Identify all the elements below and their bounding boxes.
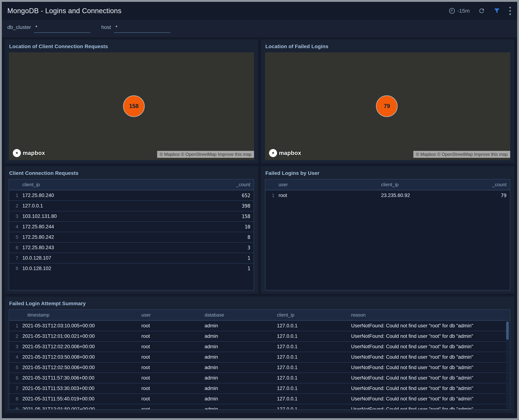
cell-client-ip: 127.0.0.1 [275,375,350,381]
table-row[interactable]: 2 127.0.0.1 398 [9,201,254,211]
row-number: 5 [9,234,21,240]
maps-row: Location of Client Connection Requests 1… [5,39,514,163]
table-row[interactable]: 1 172.25.80.240 652 [9,190,254,201]
cell-user: root [140,333,203,339]
cell-client-ip: 172.25.80.242 [21,234,213,240]
cell-timestamp: 2021-05-31T11:55:40.019+00:00 [21,396,140,402]
mapbox-logo[interactable]: ✦ mapbox [13,149,45,157]
map-cluster-marker[interactable]: 79 [376,95,398,117]
vertical-scrollbar[interactable] [506,320,509,409]
filter-host-input[interactable]: * [114,24,170,33]
cell-client-ip: 127.0.0.1 [275,386,350,391]
window-frame: MongoDB - Logins and Connections -15m [0,0,519,420]
mapbox-logo-icon: ✦ [13,149,21,157]
cell-user: root [140,354,203,360]
cell-reason: UserNotFound: Could not find user "root"… [350,365,510,370]
cell-database: admin [203,344,275,350]
panel-title: Failed Logins by User [265,170,510,176]
table-row[interactable]: 7 10.0.128.107 1 [9,253,254,263]
cell-timestamp: 2021-05-31T12:01:00.021+00:00 [21,333,140,339]
panel-failed-logins-by-user: Failed Logins by User user client_ip _co… [261,166,514,294]
cell-user: root [277,193,380,198]
table-row[interactable]: 9 2021-05-31T12:01:50.007+00:00 root adm… [9,404,510,409]
cell-user: root [140,344,203,350]
column-header-client-ip[interactable]: client_ip [21,182,213,188]
table-body: 1 172.25.80.240 652 2 127.0.0.1 398 [9,190,254,290]
cell-count: 10 [213,224,254,230]
table-header-row: timestamp user database client_ip reason [9,310,510,320]
cell-user: root [140,375,203,381]
refresh-button[interactable] [478,7,485,14]
table-row[interactable]: 5 2021-05-31T12:02:50.006+00:00 root adm… [9,362,510,373]
table-row[interactable]: 7 2021-05-31T11:53:30.003+00:00 root adm… [9,383,510,393]
table-row[interactable]: 8 2021-05-31T11:55:40.019+00:00 root adm… [9,393,510,404]
table-row[interactable]: 2 2021-05-31T12:01:00.021+00:00 root adm… [9,331,510,341]
column-header-user[interactable]: user [277,182,380,188]
map-cluster-marker[interactable]: 158 [123,95,145,117]
cell-user: root [140,396,203,402]
column-header-count[interactable]: _count [213,182,254,188]
table-row[interactable]: 3 103.102.131.80 158 [9,211,254,221]
cell-database: admin [203,386,275,391]
filter-button[interactable] [494,8,500,14]
row-number: 2 [9,333,21,339]
filter-db-cluster-input[interactable]: * [34,24,90,33]
row-number: 5 [9,365,21,370]
table-row[interactable]: 1 root 23.235.60.92 79 [265,190,510,201]
column-header-count[interactable]: _count [466,182,510,188]
cell-client-ip: 103.102.131.80 [21,213,213,219]
column-header-client-ip[interactable]: client_ip [275,312,350,318]
page-title: MongoDB - Logins and Connections [7,7,121,15]
column-header-database[interactable]: database [203,312,275,318]
table-row[interactable]: 4 172.25.80.244 10 [9,221,254,232]
cell-timestamp: 2021-05-31T12:02:50.006+00:00 [21,365,140,370]
table-row[interactable]: 3 2021-05-31T12:02:20.006+00:00 root adm… [9,341,510,352]
tables-row: Client Connection Requests client_ip _co… [5,166,514,294]
vertical-scrollbar-thumb[interactable] [506,322,509,340]
cell-client-ip: 172.25.80.243 [21,245,213,250]
table-row[interactable]: 1 2021-05-31T12:03:10.005+00:00 root adm… [9,320,510,331]
column-header-reason[interactable]: reason [350,312,510,318]
time-range-button[interactable]: -15m [449,8,470,14]
cell-client-ip: 23.235.60.92 [380,193,466,198]
table-row[interactable]: 6 172.25.80.243 3 [9,242,254,253]
panel-title: Location of Client Connection Requests [9,44,254,49]
cell-count: 8 [213,234,254,240]
cell-client-ip: 172.25.80.244 [21,224,213,230]
table-row[interactable]: 4 2021-05-31T12:03:50.008+00:00 root adm… [9,352,510,362]
cell-user: root [140,323,203,329]
panel-title: Client Connection Requests [9,170,254,176]
row-number: 6 [9,375,21,381]
filter-host-label: host [101,24,111,33]
column-header-timestamp[interactable]: timestamp [21,312,140,318]
cell-client-ip: 127.0.0.1 [275,354,350,360]
map-attribution[interactable]: © Mapbox © OpenStreetMap Improve this ma… [413,151,510,158]
panel-title: Failed Login Attempt Summary [9,301,510,307]
cell-timestamp: 2021-05-31T11:53:30.003+00:00 [21,386,140,391]
panel-location-failed-logins: Location of Failed Logins 79 ✦ mapbox © … [261,39,514,163]
cell-user: root [140,365,203,370]
map-connections[interactable]: 158 ✦ mapbox © Mapbox © OpenStreetMap Im… [9,52,254,160]
cell-count: 1 [213,255,254,261]
mapbox-logo[interactable]: ✦ mapbox [269,149,301,157]
client-requests-table: client_ip _count 1 172.25.80.240 652 [9,179,254,290]
row-number: 8 [9,266,21,271]
map-attribution[interactable]: © Mapbox © OpenStreetMap Improve this ma… [157,151,254,158]
cell-client-ip: 10.0.128.102 [21,266,213,271]
table-row[interactable]: 6 2021-05-31T11:57:30.006+00:00 root adm… [9,373,510,383]
cell-client-ip: 127.0.0.1 [275,344,350,350]
cell-database: admin [203,375,275,381]
cell-client-ip: 127.0.0.1 [21,203,213,209]
cell-reason: UserNotFound: Could not find user "root"… [350,323,510,329]
cell-user: root [140,386,203,391]
cell-client-ip: 127.0.0.1 [275,406,350,409]
row-number: 1 [265,193,277,198]
cell-database: admin [203,333,275,339]
row-number: 4 [9,354,21,360]
column-header-user[interactable]: user [140,312,203,318]
table-row[interactable]: 5 172.25.80.242 8 [9,232,254,242]
table-row[interactable]: 8 10.0.128.102 1 [9,263,254,274]
map-failed-logins[interactable]: 79 ✦ mapbox © Mapbox © OpenStreetMap Imp… [265,52,510,160]
more-options-button[interactable] [509,6,512,16]
column-header-client-ip[interactable]: client_ip [380,182,466,188]
